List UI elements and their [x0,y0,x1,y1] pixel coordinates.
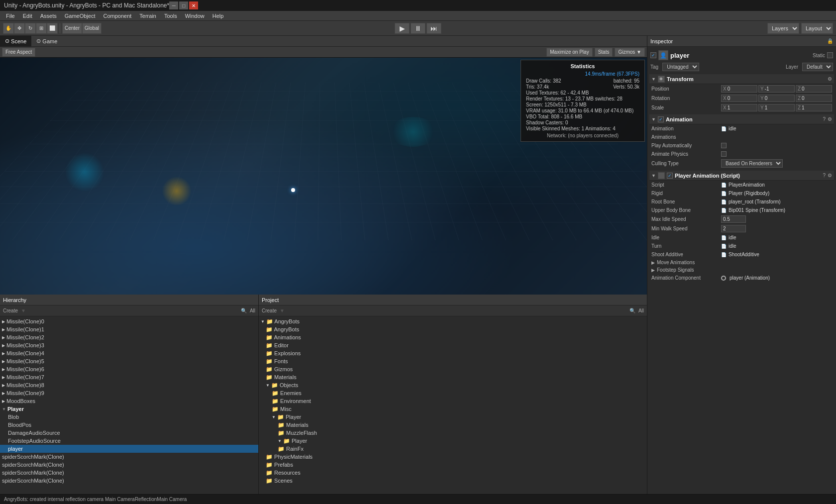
menu-help[interactable]: Help [209,11,228,21]
close-button[interactable]: ✕ [189,1,198,9]
minimize-button[interactable]: ─ [169,1,178,9]
proj-item[interactable]: 📁 Materials [259,373,647,381]
scale-y-field[interactable]: Y1 [758,104,795,111]
list-item[interactable]: ▶Missile(Clone)6 [0,365,258,373]
pause-button[interactable]: ⏸ [411,23,425,34]
proj-item[interactable]: 📁 Prefabs [259,461,647,469]
tab-inspector[interactable]: Inspector [650,38,673,44]
proj-item[interactable]: 📁 Enemies [259,389,647,397]
list-item-player-selected[interactable]: player [0,445,258,453]
scale-tool-button[interactable]: ⊞ [36,23,47,34]
max-idle-input[interactable]: 0.5 [721,215,746,223]
proj-item[interactable]: ▼📁 Objects [259,381,647,389]
menu-gameobject[interactable]: GameObject [61,11,100,21]
proj-item[interactable]: ▼📁 AngryBots [259,317,647,325]
static-checkbox[interactable] [827,52,833,58]
min-walk-input[interactable]: 2 [721,225,746,232]
player-anim-settings-icon[interactable]: ⚙ [828,173,832,178]
list-item[interactable]: ▶Missile(Clone)7 [0,373,258,381]
list-item[interactable]: FootstepAudioSource [0,437,258,445]
menu-terrain[interactable]: Terrain [135,11,160,21]
menu-assets[interactable]: Assets [36,11,61,21]
list-item[interactable]: DamageAudioSource [0,429,258,437]
layer-dropdown[interactable]: Default [802,63,833,71]
maximize-button[interactable]: □ [179,1,188,9]
pos-x-field[interactable]: X0 [721,85,757,93]
step-button[interactable]: ⏭ [426,23,441,34]
move-anim-foldout[interactable]: ▶ Move Animations [649,259,834,266]
maximize-on-play-button[interactable]: Maximize on Play [546,48,592,57]
list-item[interactable]: ▶Missile(Clone)1 [0,325,258,333]
proj-item[interactable]: ▼📁 Player [259,437,647,445]
list-item[interactable]: spiderScorchMark(Clone) [0,469,258,477]
menu-edit[interactable]: Edit [19,11,36,21]
pos-y-field[interactable]: Y-1 [758,85,795,93]
list-item[interactable]: ▶Missile(Clone)2 [0,333,258,341]
proj-item[interactable]: 📁 RainFx [259,445,647,453]
inspector-lock-icon[interactable]: 🔒 [827,38,833,44]
proj-item[interactable]: 📁 Editor [259,341,647,349]
proj-item[interactable]: 📁 Fonts [259,357,647,365]
list-item[interactable]: ▶Missile(Clone)8 [0,381,258,389]
layout-dropdown[interactable]: Layout [801,23,833,34]
tab-scene[interactable]: ⊙ Scene [0,36,31,47]
proj-item[interactable]: 📁 Scenes [259,477,647,485]
proj-item[interactable]: 📁 Misc [259,405,647,413]
list-item[interactable]: ▶Missile(Clone)5 [0,357,258,365]
list-item[interactable]: Blob [0,413,258,421]
pos-z-field[interactable]: Z0 [796,85,832,93]
menu-window[interactable]: Window [181,11,209,21]
center-button[interactable]: Center [62,23,82,34]
play-auto-checkbox[interactable] [721,143,727,148]
player-anim-active-checkbox[interactable]: ✓ [667,173,673,179]
project-create-btn[interactable]: Create [262,308,277,313]
stats-button[interactable]: Stats [595,48,613,57]
rect-tool-button[interactable]: ⬜ [47,23,58,34]
animation-settings-icon[interactable]: ⚙ [828,116,832,122]
animate-physics-checkbox[interactable] [721,151,727,157]
scale-z-field[interactable]: Z1 [796,104,832,111]
proj-item[interactable]: 📁 Animations [259,333,647,341]
list-item[interactable]: ▶Missile(Clone)0 [0,317,258,325]
proj-item[interactable]: 📁 Environment [259,397,647,405]
proj-item[interactable]: 📁 PhysicMaterials [259,453,647,461]
culling-dropdown[interactable]: Based On Renderers [721,159,783,168]
layers-dropdown[interactable]: Layers [767,23,799,34]
list-item-player[interactable]: ▼Player [0,405,258,413]
list-item[interactable]: ▶MoodBoxes [0,397,258,405]
proj-item[interactable]: 📁 AngryBots [259,325,647,333]
scene-viewport[interactable]: Statistics 14.9ms/frame (67.3FPS) Draw C… [0,58,647,295]
transform-settings-icon[interactable]: ⚙ [828,76,832,82]
transform-section-header[interactable]: ▼ ⊕ Transform ⚙ [649,74,834,84]
tab-hierarchy[interactable]: Hierarchy [3,297,26,303]
menu-component[interactable]: Component [99,11,135,21]
animation-help-icon[interactable]: ? [823,116,826,122]
rot-z-field[interactable]: Z0 [796,95,832,102]
proj-item[interactable]: 📁 Explosions [259,349,647,357]
project-all-btn[interactable]: All [638,308,644,313]
list-item[interactable]: ▶Missile(Clone)4 [0,349,258,357]
proj-item[interactable]: 📁 Materials [259,421,647,429]
rotate-tool-button[interactable]: ↻ [25,23,36,34]
tab-project[interactable]: Project [262,297,279,303]
gizmos-button[interactable]: Gizmos ▼ [615,48,645,57]
animation-section-header[interactable]: ▼ ✓ Animation ? ⚙ [649,114,834,124]
player-anim-header[interactable]: ▼ ✓ Player Animation (Script) ? ⚙ [649,171,834,181]
rot-y-field[interactable]: Y0 [758,95,795,102]
list-item[interactable]: BloodPos [0,421,258,429]
global-button[interactable]: Global [82,23,102,34]
free-aspect-selector[interactable]: Free Aspect [2,48,35,57]
hierarchy-all-btn[interactable]: All [250,308,255,313]
hand-tool-button[interactable]: ✋ [3,23,14,34]
list-item[interactable]: spiderScorchMark(Clone) [0,453,258,461]
scale-x-field[interactable]: X1 [721,104,757,111]
tag-dropdown[interactable]: Untagged [662,63,699,71]
proj-item[interactable]: 📁 Resources [259,469,647,477]
active-checkbox[interactable]: ✓ [650,52,656,58]
proj-item[interactable]: 📁 MuzzleFlash [259,429,647,437]
player-anim-help-icon[interactable]: ? [823,173,826,178]
proj-item[interactable]: 📁 Gizmos [259,365,647,373]
list-item[interactable]: spiderScorchMark(Clone) [0,477,258,485]
list-item[interactable]: ▶Missile(Clone)3 [0,341,258,349]
tab-game[interactable]: ⊙ Game [31,36,62,47]
